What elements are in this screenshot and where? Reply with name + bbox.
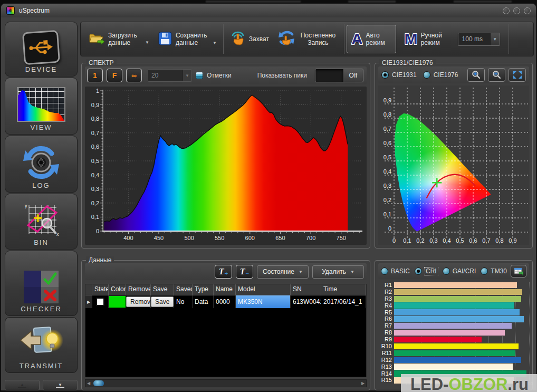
state-checkbox[interactable] (96, 298, 104, 306)
dropdown-arrow-icon[interactable]: ▼ (490, 33, 500, 45)
continuous-button[interactable]: ∞ (126, 69, 142, 82)
zoom-in-button[interactable] (467, 68, 485, 82)
column-header-time[interactable]: Time (321, 284, 366, 295)
record-label: Постепенно Запись (299, 32, 338, 46)
zoom-out-button[interactable] (488, 68, 505, 82)
cri-bar-row: R11 (378, 350, 529, 357)
svg-text:700: 700 (306, 235, 315, 241)
auto-mode-button[interactable]: A Авто режим (347, 25, 396, 53)
planckian-locus-curve (427, 175, 475, 198)
sidebar-scroll-down-button[interactable]: ▼ (43, 380, 78, 390)
sidebar-item-bin[interactable]: y x + BIN (5, 194, 78, 250)
column-header-remove[interactable]: Remove (126, 284, 151, 295)
tm30-label: TM30 (491, 267, 507, 275)
integration-time-select[interactable]: 100 ms ▼ (458, 33, 500, 46)
svg-text:0,9: 0,9 (509, 237, 516, 244)
column-header-color[interactable]: Color (109, 284, 126, 295)
save-data-button[interactable]: Сохранить данные ▼ (154, 29, 221, 50)
basic-radio[interactable] (381, 267, 388, 275)
auto-mode-icon: A (351, 30, 363, 48)
svg-text:0,9: 0,9 (91, 102, 99, 108)
cie1976-radio[interactable] (423, 71, 430, 79)
dropdown-arrow-icon[interactable]: ▼ (183, 70, 191, 81)
sidebar-item-view[interactable]: VIEW (5, 78, 78, 135)
state-menu-button[interactable]: Состояние ▼ (257, 265, 309, 279)
single-measure-button[interactable]: 1 (87, 69, 103, 82)
svg-text:x: x (56, 232, 59, 237)
column-header-sn[interactable]: SN (291, 284, 321, 295)
export-table-button[interactable] (511, 265, 526, 278)
zoom-in-icon (471, 70, 482, 80)
capture-button[interactable]: Захват (226, 28, 273, 50)
scroll-thumb[interactable] (93, 380, 104, 386)
record-button[interactable]: Постепенно Запись (273, 28, 342, 51)
column-header-type[interactable]: Type (193, 284, 214, 295)
save-button-cell[interactable]: Save (151, 295, 174, 308)
cri-bar-row: R6 (378, 315, 529, 322)
cri-bar (394, 364, 513, 369)
column-header-model[interactable]: Model (236, 284, 291, 295)
svg-text:0,4: 0,4 (383, 168, 391, 175)
filter-button[interactable]: F (107, 69, 122, 82)
cri-bar (394, 316, 524, 322)
column-header-save[interactable]: Save (151, 284, 174, 295)
svg-text:1: 1 (96, 88, 99, 94)
sidebar: DEVICE VIEW (5, 21, 79, 391)
capture-hand-icon (230, 31, 246, 48)
column-header-state[interactable]: State (92, 284, 109, 295)
state-checkbox-cell[interactable] (92, 295, 109, 308)
load-data-button[interactable]: Загрузить данные ▼ (84, 30, 154, 49)
svg-text:0,8: 0,8 (383, 111, 391, 118)
save-button[interactable]: Save (151, 297, 174, 307)
cri-bar-label: R8 (378, 330, 394, 336)
tm30-radio[interactable] (481, 267, 488, 275)
sidebar-item-checker[interactable]: CHECKER (5, 251, 78, 316)
toolbar-separator (223, 24, 224, 54)
maximize-button[interactable] (513, 7, 520, 14)
scroll-left-icon[interactable]: ◀ (85, 381, 92, 386)
table-row[interactable]: ▶RemoveSaveNoData0000MK350N613W00412017/… (85, 295, 366, 308)
model-cell[interactable]: MK350N (236, 295, 291, 308)
dropdown-caret-icon: ▼ (350, 270, 354, 274)
text-increase-button[interactable]: T+ (215, 265, 232, 279)
data-hscrollbar[interactable]: ◀ ▶ (85, 379, 367, 387)
save-data-label: Сохранить данные (176, 32, 209, 46)
cie1931-radio[interactable] (381, 71, 389, 79)
sidebar-item-log[interactable]: LOG (5, 136, 78, 193)
manual-mode-button[interactable]: M Ручной режим (400, 28, 450, 50)
text-decrease-button[interactable]: T− (236, 265, 253, 279)
sidebar-scroll-up-button[interactable]: ▲ (5, 380, 40, 390)
column-header-name[interactable]: Name (214, 284, 236, 295)
scroll-right-icon[interactable]: ▶ (360, 381, 366, 386)
color-swatch-cell[interactable] (109, 295, 126, 308)
folder-open-icon (88, 32, 105, 47)
sidebar-item-label: LOG (32, 181, 50, 189)
close-button[interactable] (524, 7, 531, 14)
gai-cri-radio[interactable] (443, 267, 450, 275)
cri-bar (394, 296, 521, 302)
svg-text:0,2: 0,2 (91, 200, 99, 206)
column-header-saved[interactable]: Saved (174, 284, 193, 295)
svg-text:0,3: 0,3 (91, 186, 99, 192)
svg-text:y: y (25, 203, 27, 208)
svg-text:0,7: 0,7 (482, 237, 490, 244)
background-artifact (206, 1, 301, 3)
cri-radio[interactable] (415, 267, 422, 275)
delete-menu-button[interactable]: Удалить ▼ (312, 265, 364, 279)
integration-time-value: 100 ms (458, 35, 490, 43)
column-header-selector[interactable] (85, 284, 92, 295)
remove-button-cell[interactable]: Remove (126, 295, 151, 308)
sidebar-item-transmit[interactable]: TRANSMIT (5, 317, 78, 373)
dropdown-caret-icon: ▼ (145, 40, 149, 45)
average-count-select[interactable]: 20 ▼ (148, 69, 192, 82)
show-peaks-toggle[interactable]: Off (315, 69, 363, 82)
cri-toolbar: BASIC CRI GAI/CRI TM30 (378, 263, 529, 279)
sidebar-item-label: TRANSMIT (20, 362, 63, 370)
remove-button[interactable]: Remove (126, 297, 151, 307)
sidebar-item-device[interactable]: DEVICE (5, 22, 78, 77)
marks-checkbox[interactable] (196, 72, 203, 79)
row-selector-icon[interactable]: ▶ (85, 295, 92, 308)
svg-text:0,8: 0,8 (91, 116, 99, 122)
minimize-button[interactable] (503, 7, 510, 14)
fit-view-button[interactable] (509, 68, 526, 82)
